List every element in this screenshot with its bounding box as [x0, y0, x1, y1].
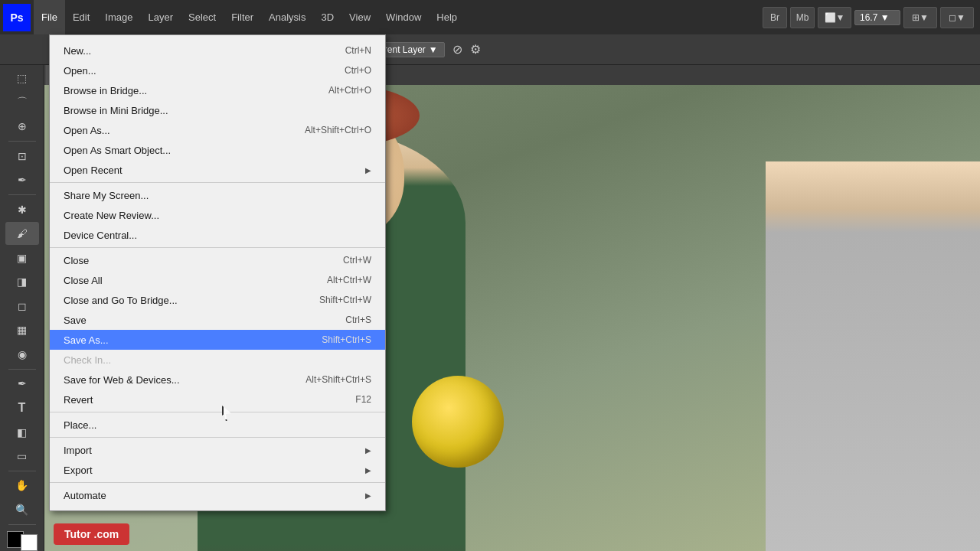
menu-image[interactable]: Image — [97, 0, 140, 34]
menu-items: File Edit Image Layer Select Filter Anal… — [34, 0, 465, 34]
menu-open-recent[interactable]: Open Recent ▶ — [50, 160, 385, 180]
menu-window[interactable]: Window — [378, 0, 429, 34]
clear-icon[interactable]: ⊘ — [452, 42, 462, 57]
settings-icon[interactable]: ⚙ — [470, 42, 481, 57]
menu-3d[interactable]: 3D — [313, 0, 341, 34]
menu-section-share: Share My Screen... Create New Review... … — [50, 183, 385, 248]
arrange-btn[interactable]: ⊞▼ — [903, 7, 937, 28]
tool-lasso[interactable]: ⌒ — [5, 91, 39, 114]
menu-save[interactable]: Save Ctrl+S — [50, 310, 385, 330]
tool-sep6 — [8, 524, 36, 525]
menu-revert[interactable]: Revert F12 — [50, 390, 385, 409]
tool-path-select[interactable]: ◧ — [5, 421, 39, 444]
tool-hand[interactable]: ✋ — [5, 474, 39, 497]
tool-dodge[interactable]: ◉ — [5, 343, 39, 366]
tool-zoom[interactable]: 🔍 — [5, 498, 39, 521]
left-toolbar: ✛ ⬚ ⌒ ⊕ ⊡ ✒ ✱ 🖌 ▣ ◨ ◻ ▦ ◉ ✒ T ◧ ▭ ✋ 🔍 — [0, 34, 44, 551]
menu-save-as[interactable]: Save As... Shift+Ctrl+S — [50, 330, 385, 350]
person-right — [766, 161, 980, 551]
menu-analysis[interactable]: Analysis — [261, 0, 313, 34]
menu-place[interactable]: Place... — [50, 415, 385, 435]
menu-new[interactable]: New... Ctrl+N — [50, 41, 385, 60]
menu-open-smart-object[interactable]: Open As Smart Object... — [50, 140, 385, 160]
tool-quick-select[interactable]: ⊕ — [5, 116, 39, 139]
tool-brush[interactable]: 🖌 — [5, 222, 39, 245]
menu-share-screen[interactable]: Share My Screen... — [50, 185, 385, 205]
menu-edit[interactable]: Edit — [65, 0, 97, 34]
tool-history[interactable]: ◨ — [5, 271, 39, 294]
tool-clone[interactable]: ▣ — [5, 246, 39, 269]
menu-device-central[interactable]: Device Central... — [50, 225, 385, 245]
menu-section-automate: Automate ▶ — [50, 483, 385, 507]
ps-logo: Ps — [3, 4, 31, 31]
menu-automate[interactable]: Automate ▶ — [50, 485, 385, 505]
workspace-btn[interactable]: ⬜▼ — [818, 7, 851, 28]
screen-mode-btn[interactable]: ◻▼ — [940, 7, 974, 28]
menu-select[interactable]: Select — [181, 0, 224, 34]
menu-view[interactable]: View — [341, 0, 378, 34]
menu-filter[interactable]: Filter — [224, 0, 261, 34]
menu-open[interactable]: Open... Ctrl+O — [50, 60, 385, 80]
tool-eyedropper[interactable]: ✒ — [5, 168, 39, 191]
tool-sep2 — [8, 141, 36, 142]
menu-section-importexport: Import ▶ Export ▶ — [50, 438, 385, 483]
menu-open-as[interactable]: Open As... Alt+Shift+Ctrl+O — [50, 120, 385, 140]
dropdown-arrow-icon: ▼ — [429, 44, 438, 55]
menu-save-web[interactable]: Save for Web & Devices... Alt+Shift+Ctrl… — [50, 370, 385, 390]
menu-create-review[interactable]: Create New Review... — [50, 205, 385, 225]
tool-marquee[interactable]: ⬚ — [5, 67, 39, 90]
menu-file[interactable]: File — [34, 0, 65, 34]
menu-browse-bridge[interactable]: Browse in Bridge... Alt+Ctrl+O — [50, 80, 385, 100]
tool-sep4 — [8, 369, 36, 370]
menu-export[interactable]: Export ▶ — [50, 460, 385, 480]
menu-help[interactable]: Help — [429, 0, 465, 34]
tool-sep5 — [8, 471, 36, 471]
yellow-ball — [412, 376, 504, 468]
tool-sep3 — [8, 194, 36, 195]
zoom-level[interactable]: 16.7 ▼ — [854, 10, 900, 25]
tool-gradient[interactable]: ▦ — [5, 319, 39, 342]
tool-shape[interactable]: ▭ — [5, 445, 39, 468]
menu-section-place: Place... — [50, 412, 385, 438]
tool-eraser[interactable]: ◻ — [5, 295, 39, 318]
menu-layer[interactable]: Layer — [141, 0, 181, 34]
menu-close-go-bridge[interactable]: Close and Go To Bridge... Shift+Ctrl+W — [50, 290, 385, 310]
top-right-icons: Br Mb ⬜▼ 16.7 ▼ ⊞▼ ◻▼ — [756, 0, 980, 34]
menu-section-save: Close Ctrl+W Close All Alt+Ctrl+W Close … — [50, 248, 385, 412]
menu-close[interactable]: Close Ctrl+W — [50, 250, 385, 270]
minbridge-icon-btn[interactable]: Mb — [790, 7, 815, 28]
tool-crop[interactable]: ⊡ — [5, 145, 39, 168]
menu-bar: Ps File Edit Image Layer Select Filter A… — [0, 0, 980, 34]
menu-browse-mini-bridge[interactable]: Browse in Mini Bridge... — [50, 100, 385, 120]
menu-check-in: Check In... — [50, 350, 385, 370]
bridge-icon-btn[interactable]: Br — [763, 7, 787, 28]
menu-import[interactable]: Import ▶ — [50, 440, 385, 460]
tool-pen[interactable]: ✒ — [5, 373, 39, 396]
tool-type[interactable]: T — [5, 396, 39, 419]
tool-healing[interactable]: ✱ — [5, 198, 39, 221]
file-dropdown-menu: New... Ctrl+N Open... Ctrl+O Browse in B… — [49, 34, 386, 511]
menu-close-all[interactable]: Close All Alt+Ctrl+W — [50, 270, 385, 290]
color-swatches[interactable] — [7, 531, 38, 551]
menu-section-open: New... Ctrl+N Open... Ctrl+O Browse in B… — [50, 38, 385, 183]
